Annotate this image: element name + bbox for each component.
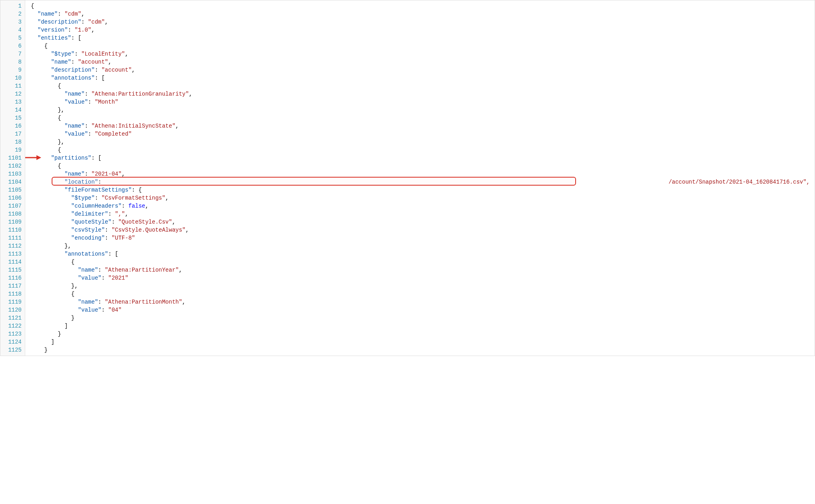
- line-number: 1108: [0, 210, 22, 218]
- token-str: "1.0": [74, 27, 91, 33]
- token-kw: false: [128, 203, 145, 209]
- token-str: "cdm": [64, 11, 81, 17]
- code-line[interactable]: "columnHeaders": false,: [31, 202, 815, 210]
- line-number-gutter: 1234567891011121314151617181911011102110…: [0, 0, 25, 356]
- code-line[interactable]: },: [31, 106, 815, 114]
- token-pun: },: [71, 283, 78, 289]
- token-pun: :: [122, 203, 128, 209]
- line-number: 15: [0, 114, 22, 122]
- code-line[interactable]: {: [31, 146, 815, 154]
- code-line[interactable]: "$type": "LocalEntity",: [31, 50, 815, 58]
- code-line[interactable]: "$type": "CsvFormatSettings",: [31, 194, 815, 202]
- code-line[interactable]: }: [31, 346, 815, 354]
- code-line[interactable]: "name": "account",: [31, 58, 815, 66]
- line-number: 1123: [0, 330, 22, 338]
- code-line[interactable]: {: [31, 82, 815, 90]
- token-key: "version": [38, 27, 68, 33]
- token-pun: ,: [108, 59, 111, 65]
- token-str: "04": [108, 307, 122, 313]
- code-line[interactable]: "value": "04": [31, 306, 815, 314]
- code-line[interactable]: "name": "Athena:PartitionMonth",: [31, 298, 815, 306]
- code-line[interactable]: "entities": [: [31, 34, 815, 42]
- line-number: 1103: [0, 170, 22, 178]
- token-key: "description": [51, 67, 94, 73]
- code-line[interactable]: ]: [31, 322, 815, 330]
- token-pun: :: [105, 227, 112, 233]
- code-line[interactable]: "annotations": [: [31, 74, 815, 82]
- code-line[interactable]: "location": /account/Snapshot/2021-04_16…: [31, 178, 815, 186]
- code-line[interactable]: "fileFormatSettings": {: [31, 186, 815, 194]
- token-pun: }: [71, 315, 74, 321]
- code-area[interactable]: { "name": "cdm", "description": "cdm", "…: [25, 0, 815, 356]
- code-line[interactable]: "partitions": [: [31, 154, 815, 162]
- token-pun: : [: [91, 155, 101, 161]
- code-line[interactable]: "version": "1.0",: [31, 26, 815, 34]
- token-key: "name": [38, 11, 58, 17]
- code-line[interactable]: "name": "cdm",: [31, 10, 815, 18]
- code-line[interactable]: {: [31, 162, 815, 170]
- token-pun: :: [84, 123, 91, 129]
- line-number: 3: [0, 18, 22, 26]
- code-line[interactable]: "description": "cdm",: [31, 18, 815, 26]
- code-line[interactable]: },: [31, 282, 815, 290]
- code-line[interactable]: {: [31, 290, 815, 298]
- token-key: "fileFormatSettings": [64, 187, 132, 193]
- token-pun: ,: [182, 299, 185, 305]
- code-line[interactable]: "name": "2021-04",: [31, 170, 815, 178]
- code-line[interactable]: "annotations": [: [31, 250, 815, 258]
- token-key: "value": [78, 307, 102, 313]
- token-key: "delimiter": [71, 211, 108, 217]
- token-key: "$type": [51, 51, 74, 57]
- code-line[interactable]: {: [31, 114, 815, 122]
- line-number: 6: [0, 42, 22, 50]
- token-pun: :: [84, 91, 91, 97]
- token-key: "encoding": [71, 235, 105, 241]
- token-pun: },: [58, 139, 64, 145]
- token-key: "name": [64, 123, 84, 129]
- line-number: 1110: [0, 226, 22, 234]
- code-editor[interactable]: 1234567891011121314151617181911011102110…: [0, 0, 815, 356]
- code-line[interactable]: "delimiter": ",",: [31, 210, 815, 218]
- code-line[interactable]: "encoding": "UTF-8": [31, 234, 815, 242]
- line-number: 1106: [0, 194, 22, 202]
- code-line[interactable]: {: [31, 42, 815, 50]
- code-line[interactable]: {: [31, 2, 815, 10]
- token-key: "quoteStyle": [71, 219, 112, 225]
- code-line[interactable]: },: [31, 242, 815, 250]
- line-number: 1104: [0, 178, 22, 186]
- code-line[interactable]: }: [31, 330, 815, 338]
- token-str: "UTF-8": [112, 235, 135, 241]
- code-line[interactable]: "value": "2021": [31, 274, 815, 282]
- code-line[interactable]: {: [31, 258, 815, 266]
- code-line[interactable]: "value": "Month": [31, 98, 815, 106]
- line-number: 19: [0, 146, 22, 154]
- code-line[interactable]: "name": "Athena:PartitionGranularity",: [31, 90, 815, 98]
- token-key: "entities": [38, 35, 71, 41]
- line-number: 1109: [0, 218, 22, 226]
- code-line[interactable]: "name": "Athena:PartitionYear",: [31, 266, 815, 274]
- token-pun: ,: [175, 123, 179, 129]
- token-str: "2021": [108, 275, 128, 281]
- code-line[interactable]: "description": "account",: [31, 66, 815, 74]
- code-line[interactable]: "name": "Athena:InitialSyncState",: [31, 122, 815, 130]
- line-number: 13: [0, 98, 22, 106]
- token-key: "location": [64, 179, 98, 185]
- token-pun: :: [101, 275, 108, 281]
- code-line[interactable]: }: [31, 314, 815, 322]
- code-line[interactable]: "quoteStyle": "QuoteStyle.Csv",: [31, 218, 815, 226]
- token-pun: :: [68, 27, 74, 33]
- line-number: 1119: [0, 298, 22, 306]
- code-line[interactable]: ]: [31, 338, 815, 346]
- token-pun: ,: [105, 19, 108, 25]
- token-pun: :: [88, 99, 95, 105]
- token-key: "columnHeaders": [71, 203, 122, 209]
- token-key: "annotations": [64, 251, 108, 257]
- line-number: 1107: [0, 202, 22, 210]
- token-pun: ,: [132, 67, 135, 73]
- code-line[interactable]: "value": "Completed": [31, 130, 815, 138]
- code-line[interactable]: "csvStyle": "CsvStyle.QuoteAlways",: [31, 226, 815, 234]
- token-pun: {: [71, 259, 74, 265]
- token-pun: :: [98, 267, 105, 273]
- line-number: 1111: [0, 234, 22, 242]
- code-line[interactable]: },: [31, 138, 815, 146]
